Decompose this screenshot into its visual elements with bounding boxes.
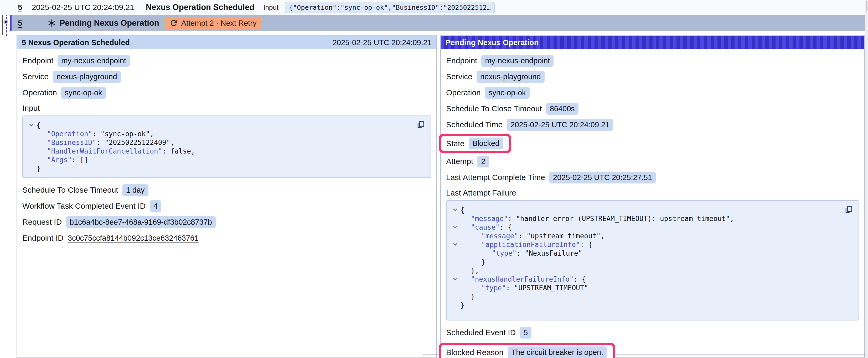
field-label: Request ID <box>22 218 62 227</box>
chevron-down-icon[interactable] <box>450 226 460 229</box>
scheduled-panel-timestamp: 2025-02-25 UTC 20:24:09.21 <box>333 38 432 47</box>
scheduled-event-id-field-row: Scheduled Event ID 5 <box>446 327 859 338</box>
field-value-badge: sync-op-ok <box>61 87 106 99</box>
detail-field-row: Schedule To Close Timeout 86400s <box>446 103 859 115</box>
field-value-badge: 2025-02-25 UTC 20:25:27.51 <box>549 172 656 184</box>
detail-field-row: Request ID b1c6a4bc-8ee7-468a-9169-df3b0… <box>22 216 431 228</box>
json-line: } <box>450 292 840 301</box>
detail-field-row: Endpoint my-nexus-endpoint <box>446 55 859 66</box>
state-field-row: State Blocked <box>446 134 859 153</box>
field-label: Endpoint <box>22 56 53 65</box>
json-line-text: "nexusHandlerFailureInfo": { <box>471 275 586 283</box>
event-row-pending[interactable]: 5 Pending Nexus Operation Attempt 2 · Ne… <box>11 15 865 31</box>
field-value-badge: b1c6a4bc-8ee7-468a-9169-df3b02c8737b <box>66 216 216 228</box>
timeline-pending-node-icon[interactable] <box>3 20 8 24</box>
event-history-detail-view: 5 2025-02-25 UTC 20:24:09.21 Nexus Opera… <box>0 0 868 358</box>
json-line-text: "message": "handler error (UPSTREAM_TIME… <box>471 215 734 223</box>
attempt-badge-label: Attempt 2 · Next Retry <box>181 19 257 28</box>
json-line-text: "Args": [] <box>47 156 88 164</box>
json-line: "message": "handler error (UPSTREAM_TIME… <box>450 214 840 223</box>
field-label: Scheduled Event ID <box>446 328 516 337</box>
chevron-down-icon[interactable] <box>450 278 460 281</box>
field-value-badge: 86400s <box>546 103 579 115</box>
pending-fields-top: Endpoint my-nexus-endpoint Service nexus… <box>446 55 859 130</box>
field-label: Endpoint ID <box>22 234 64 242</box>
field-value-badge: my-nexus-endpoint <box>58 55 130 67</box>
json-line: }, <box>450 266 840 275</box>
asterisk-icon <box>48 19 56 27</box>
detail-field-row: Attempt 2 <box>446 156 859 167</box>
json-line-text: "Operation": "sync-op-ok", <box>47 130 154 138</box>
detail-field-row: Operation sync-op-ok <box>22 87 431 98</box>
pending-fields-mid: Attempt 2 Last Attempt Complete Time 202… <box>446 156 859 183</box>
input-section-label: Input <box>22 103 431 113</box>
scheduled-panel-header: 5 Nexus Operation Scheduled 2025-02-25 U… <box>17 36 436 49</box>
json-line: "Operation": "sync-op-ok", <box>26 129 412 138</box>
scheduled-event-detail-panel: 5 Nexus Operation Scheduled 2025-02-25 U… <box>17 35 437 358</box>
scheduled-fields-top: Endpoint my-nexus-endpoint Service nexus… <box>22 55 431 98</box>
json-line-text: "HandlerWaitForCancellation": false, <box>47 147 195 155</box>
input-json-lines: { "Operation": "sync-op-ok", "BusinessID… <box>26 121 412 173</box>
pending-operation-detail-panel: Pending Nexus Operation Endpoint my-nexu… <box>440 35 865 358</box>
failure-json-lines: { "message": "handler error (UPSTREAM_TI… <box>450 205 840 310</box>
blocked-reason-highlight-box: Blocked Reason The circuit breaker is op… <box>439 343 615 358</box>
json-line-text: { <box>460 206 464 214</box>
json-line: { <box>450 205 840 214</box>
field-value-badge: nexus-playground <box>476 71 545 83</box>
detail-field-row: Service nexus-playground <box>446 71 859 83</box>
endpoint-id-link[interactable]: 3c0c75ccfa8144b092c13ce632463761 <box>68 234 198 242</box>
json-line-text: { <box>36 121 41 129</box>
json-line: "message": "upstream timeout", <box>450 231 840 240</box>
json-line: } <box>450 301 840 310</box>
json-line-text: } <box>481 258 486 266</box>
json-line-text: } <box>460 301 464 309</box>
field-value-badge: sync-op-ok <box>485 87 530 99</box>
json-line: { <box>26 121 412 129</box>
json-line-text: "applicationFailureInfo": { <box>481 241 592 249</box>
json-line-text: } <box>36 165 41 172</box>
field-value-badge: 2025-02-25 UTC 20:24:09.21 <box>507 119 613 131</box>
json-line-text: "type": "UPSTREAM_TIMEOUT" <box>481 284 588 292</box>
json-line: "type": "UPSTREAM_TIMEOUT" <box>450 284 840 292</box>
event-id-link[interactable]: 5 <box>18 3 22 12</box>
field-label: Service <box>446 72 472 81</box>
event-row-scheduled[interactable]: 5 2025-02-25 UTC 20:24:09.21 Nexus Opera… <box>0 0 868 15</box>
state-highlight-box: State Blocked <box>439 134 511 153</box>
scrollbar-thumb[interactable] <box>866 1 867 11</box>
detail-field-row: Service nexus-playground <box>22 71 431 83</box>
field-value-badge: my-nexus-endpoint <box>481 55 554 67</box>
state-label: State <box>446 139 464 148</box>
detail-field-row: Operation sync-op-ok <box>446 87 859 98</box>
detail-field-row: Scheduled Time 2025-02-25 UTC 20:24:09.2… <box>446 119 859 130</box>
chevron-down-icon[interactable] <box>450 243 460 246</box>
detail-field-row: Endpoint my-nexus-endpoint <box>22 55 431 66</box>
detail-field-row: Last Attempt Complete Time 2025-02-25 UT… <box>446 172 859 183</box>
scrollbar-track[interactable] <box>865 0 868 358</box>
chevron-down-icon[interactable] <box>450 208 460 211</box>
field-value-badge: 1 day <box>122 184 149 196</box>
field-label: Operation <box>446 88 481 97</box>
pending-operation-title: Pending Nexus Operation <box>60 19 159 28</box>
endpoint-id-field-row: Endpoint ID 3c0c75ccfa8144b092c13ce63246… <box>22 232 431 244</box>
json-line-text: "type": "NexusFailure" <box>492 249 582 257</box>
json-line-text: "cause": { <box>471 223 512 231</box>
copy-icon[interactable] <box>416 120 425 130</box>
json-line-text: "message": "upstream timeout", <box>481 232 605 240</box>
detail-field-row: Workflow Task Completed Event ID 4 <box>22 200 431 212</box>
chevron-down-icon[interactable] <box>26 124 36 127</box>
pending-panel-header: Pending Nexus Operation <box>441 36 864 49</box>
state-value-badge: Blocked <box>469 137 503 149</box>
field-label: Endpoint <box>446 56 477 65</box>
event-timestamp: 2025-02-25 UTC 20:24:09.21 <box>32 3 134 12</box>
attempt-retry-badge: Attempt 2 · Next Retry <box>165 17 261 29</box>
json-line-text: "BusinessID": "20250225122409", <box>47 138 175 147</box>
field-label: Operation <box>22 88 57 97</box>
field-label: Schedule To Close Timeout <box>446 104 542 113</box>
json-line: "type": "NexusFailure" <box>450 249 840 258</box>
json-line: "nexusHandlerFailureInfo": { <box>450 275 840 284</box>
blocked-reason-label: Blocked Reason <box>446 348 503 357</box>
json-line: "Args": [] <box>26 155 412 164</box>
pending-event-id-link[interactable]: 5 <box>18 19 22 28</box>
json-line: "applicationFailureInfo": { <box>450 240 840 249</box>
copy-icon[interactable] <box>844 205 853 215</box>
